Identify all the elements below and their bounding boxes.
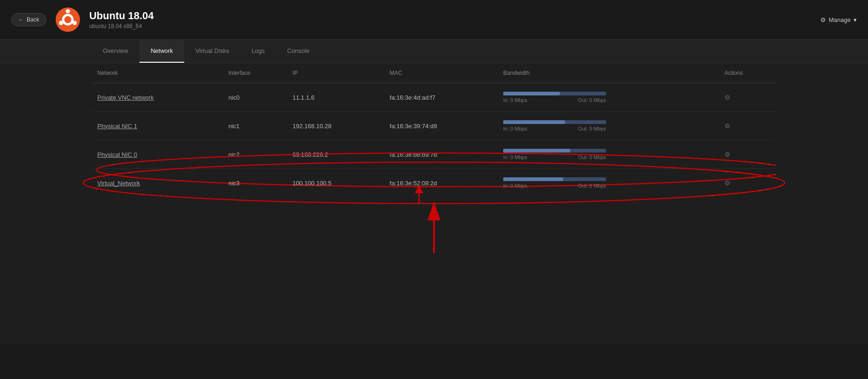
bandwidth-bar-fill bbox=[503, 120, 565, 124]
bandwidth-bar-bg bbox=[503, 92, 606, 95]
bandwidth-cell: In: 0 Mbps Out: 0 Mbps bbox=[498, 169, 719, 197]
bandwidth-out: Out: 0 Mbps bbox=[578, 183, 606, 189]
bandwidth-out: Out: 0 Mbps bbox=[578, 126, 606, 131]
bandwidth-stats: In: 0 Mbps Out: 0 Mbps bbox=[503, 126, 606, 131]
actions-cell: ⚙ bbox=[719, 112, 776, 140]
col-bandwidth: Bandwidth bbox=[498, 63, 719, 83]
table-row: Private VNC network nic0 11.1.1.6 fa:16:… bbox=[92, 83, 776, 112]
chevron-down-icon: ▾ bbox=[854, 16, 857, 23]
bandwidth-stats: In: 0 Mbps Out: 0 Mbps bbox=[503, 154, 606, 160]
bandwidth-in: In: 0 Mbps bbox=[503, 126, 527, 131]
network-link-virtual-network[interactable]: Virtual_Network bbox=[97, 180, 140, 187]
ip-cell: 11.1.1.6 bbox=[287, 83, 384, 112]
row-actions-gear-icon[interactable]: ⚙ bbox=[724, 151, 731, 158]
table-row: Physical NIC 0 nic2 69.168.226.2 fa:16:3… bbox=[92, 140, 776, 169]
col-interface: Interface bbox=[223, 63, 287, 83]
network-name-cell: Physical NIC 1 bbox=[92, 112, 223, 140]
tab-overview[interactable]: Overview bbox=[92, 40, 139, 63]
bandwidth-bar-bg bbox=[503, 120, 606, 124]
bandwidth-in: In: 0 Mbps bbox=[503, 183, 527, 189]
ip-cell: 192.168.10.28 bbox=[287, 112, 384, 140]
top-bar: ← Back Ubuntu 18.04 ubuntu 18.04 x86_64 … bbox=[0, 0, 868, 40]
tabs-bar: Overview Network Virtual Disks Logs Cons… bbox=[0, 40, 868, 63]
interface-cell: nic1 bbox=[223, 112, 287, 140]
network-table: Network Interface IP MAC Bandwidth Actio… bbox=[92, 63, 776, 197]
bandwidth-cell: In: 0 Mbps Out: 0 Mbps bbox=[498, 140, 719, 169]
table-body: Private VNC network nic0 11.1.1.6 fa:16:… bbox=[92, 83, 776, 197]
manage-label: Manage bbox=[829, 16, 851, 23]
network-link-physical-nic0[interactable]: Physical NIC 0 bbox=[97, 151, 137, 158]
row-actions-gear-icon[interactable]: ⚙ bbox=[724, 122, 731, 130]
svg-point-2 bbox=[65, 9, 70, 14]
bandwidth-cell: In: 0 Mbps Out: 0 Mbps bbox=[498, 112, 719, 140]
network-link-physical-nic1[interactable]: Physical NIC 1 bbox=[97, 123, 137, 130]
mac-cell: fa:16:3e:4d:ad:f7 bbox=[384, 83, 498, 112]
svg-point-4 bbox=[59, 21, 63, 25]
bandwidth-bar-fill bbox=[503, 92, 560, 95]
arrow-container bbox=[92, 197, 776, 272]
bandwidth-out: Out: 0 Mbps bbox=[578, 154, 606, 160]
col-mac: MAC bbox=[384, 63, 498, 83]
top-bar-left: ← Back Ubuntu 18.04 ubuntu 18.04 x86_64 bbox=[11, 7, 154, 32]
interface-cell: nic3 bbox=[223, 169, 287, 197]
network-table-wrapper: Network Interface IP MAC Bandwidth Actio… bbox=[92, 63, 776, 197]
actions-cell: ⚙ bbox=[719, 169, 776, 197]
vm-name: Ubuntu 18.04 bbox=[89, 10, 154, 22]
table-header: Network Interface IP MAC Bandwidth Actio… bbox=[92, 63, 776, 83]
actions-cell: ⚙ bbox=[719, 83, 776, 112]
bandwidth-bar-fill bbox=[503, 177, 563, 181]
col-actions: Actions bbox=[719, 63, 776, 83]
row-actions-gear-icon[interactable]: ⚙ bbox=[724, 179, 731, 187]
tab-virtual-disks[interactable]: Virtual Disks bbox=[184, 40, 240, 63]
tab-logs[interactable]: Logs bbox=[240, 40, 276, 63]
bandwidth-bar-bg bbox=[503, 149, 606, 153]
network-name-cell: Virtual_Network bbox=[92, 169, 223, 197]
tab-console[interactable]: Console bbox=[276, 40, 321, 63]
network-link-private-vnc[interactable]: Private VNC network bbox=[97, 94, 154, 101]
interface-cell: nic2 bbox=[223, 140, 287, 169]
col-ip: IP bbox=[287, 63, 384, 83]
bandwidth-bar-fill bbox=[503, 149, 570, 153]
vm-subtitle: ubuntu 18.04 x86_64 bbox=[89, 23, 154, 29]
manage-button[interactable]: ⚙ Manage ▾ bbox=[820, 16, 857, 23]
back-icon: ← bbox=[18, 16, 24, 23]
bandwidth-out: Out: 0 Mbps bbox=[578, 97, 606, 103]
table-row-virtual-network: Virtual_Network nic3 100.100.100.5 fa:16… bbox=[92, 169, 776, 197]
mac-cell: fa:16:3e:39:74:d9 bbox=[384, 112, 498, 140]
mac-cell: fa:16:3e:52:08:2d bbox=[384, 169, 498, 197]
bandwidth-stats: In: 0 Mbps Out: 0 Mbps bbox=[503, 183, 606, 189]
bandwidth-bar-bg bbox=[503, 177, 606, 181]
back-label: Back bbox=[27, 16, 39, 23]
ip-cell: 100.100.100.5 bbox=[287, 169, 384, 197]
back-button[interactable]: ← Back bbox=[11, 13, 46, 26]
actions-cell: ⚙ bbox=[719, 140, 776, 169]
gear-manage-icon: ⚙ bbox=[820, 16, 826, 23]
network-name-cell: Physical NIC 0 bbox=[92, 140, 223, 169]
ubuntu-logo bbox=[56, 7, 80, 32]
bandwidth-cell: In: 0 Mbps Out: 0 Mbps bbox=[498, 83, 719, 112]
interface-cell: nic0 bbox=[223, 83, 287, 112]
network-name-cell: Private VNC network bbox=[92, 83, 223, 112]
ip-cell: 69.168.226.2 bbox=[287, 140, 384, 169]
svg-point-3 bbox=[72, 21, 77, 25]
tab-network[interactable]: Network bbox=[139, 40, 184, 63]
row-actions-gear-icon[interactable]: ⚙ bbox=[724, 94, 731, 101]
content-area: Network Interface IP MAC Bandwidth Actio… bbox=[0, 63, 868, 344]
bandwidth-in: In: 0 Mbps bbox=[503, 97, 527, 103]
bandwidth-in: In: 0 Mbps bbox=[503, 154, 527, 160]
bandwidth-stats: In: 0 Mbps Out: 0 Mbps bbox=[503, 97, 606, 103]
col-network: Network bbox=[92, 63, 223, 83]
table-row: Physical NIC 1 nic1 192.168.10.28 fa:16:… bbox=[92, 112, 776, 140]
mac-cell: fa:16:3e:b8:b9:7b bbox=[384, 140, 498, 169]
annotation-arrow bbox=[420, 202, 448, 258]
vm-info: Ubuntu 18.04 ubuntu 18.04 x86_64 bbox=[89, 10, 154, 29]
